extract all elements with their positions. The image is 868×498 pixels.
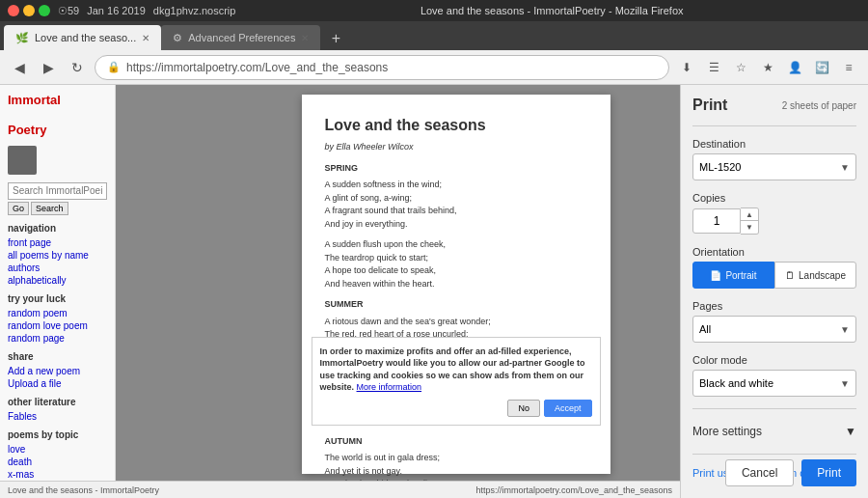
sidebar-item-all-poems[interactable]: all poems by name — [8, 250, 107, 261]
status-left: Love and the seasons - ImmortalPoetry — [116, 485, 159, 495]
print-divider-1 — [692, 125, 856, 126]
orientation-label: Orientation — [692, 246, 856, 258]
print-title: Print — [692, 97, 727, 114]
print-color-section: Color mode Black and white ▼ — [692, 354, 856, 397]
sidebar-item-random-poem[interactable]: random poem — [8, 308, 107, 318]
address-bar[interactable]: 🔒 https://immortalpoetry.com/Love_and_th… — [95, 55, 669, 80]
maximize-window-btn[interactable] — [39, 5, 50, 16]
destination-label: Destination — [692, 138, 856, 150]
sidebar-item-alphabetically[interactable]: alphabetically — [8, 275, 107, 286]
tab-poem-label: Love and the seaso... — [35, 32, 136, 43]
profile-icon[interactable]: 👤 — [783, 56, 806, 79]
print-dialog: Print 2 sheets of paper Destination ML-1… — [680, 85, 868, 498]
sidebar-image — [8, 146, 37, 175]
nav-title: navigation — [8, 223, 107, 234]
landscape-button[interactable]: 🗒 Landscape — [774, 262, 856, 289]
ad-accept-button[interactable]: Accept — [544, 400, 592, 417]
sync-icon[interactable]: 🔄 — [810, 56, 833, 79]
poem-author: by Ella Wheeler Wilcox — [325, 141, 587, 154]
minimize-window-btn[interactable] — [23, 5, 35, 16]
pages-value: All — [699, 323, 711, 335]
sidebar-item-front-page[interactable]: front page — [8, 237, 107, 248]
season-spring: SPRING — [325, 162, 587, 176]
close-window-btn[interactable] — [8, 5, 19, 16]
sidebar-item-authors[interactable]: authors — [8, 263, 107, 273]
nav-bar: ◀ ▶ ↻ 🔒 https://immortalpoetry.com/Love_… — [0, 50, 868, 85]
title-bar-date: Jan 16 2019 — [87, 5, 146, 16]
status-right: https://immortalpoetry.com/Love_and_the_… — [476, 485, 672, 495]
sidebar-item-random-love[interactable]: random love poem — [8, 320, 107, 331]
tab-preferences[interactable]: ⚙ Advanced Preferences ✕ — [161, 25, 320, 50]
sidebar-item-love[interactable]: love — [8, 444, 107, 455]
tab-poem-close[interactable]: ✕ — [142, 33, 149, 43]
print-button[interactable]: Print — [801, 459, 856, 486]
spring-stanza-1: A sudden softness in the wind; A glint o… — [325, 179, 587, 231]
print-orientation-section: Orientation 📄 Portrait 🗒 Landscape — [692, 246, 856, 289]
copies-up-arrow[interactable]: ▲ — [741, 208, 758, 221]
tab-preferences-close[interactable]: ✕ — [301, 33, 309, 43]
sidebar-other: other literature Fables — [8, 397, 107, 422]
season-autumn: AUTUMN — [325, 435, 587, 449]
landscape-label: Landscape — [799, 270, 846, 281]
print-copies-section: Copies 1 ▲ ▼ — [692, 192, 856, 235]
print-actions: Cancel Print — [692, 459, 856, 486]
more-settings-button[interactable]: More settings ▼ — [692, 421, 856, 442]
destination-select[interactable]: ML-1520 ▼ — [692, 153, 856, 180]
portrait-button[interactable]: 📄 Portrait — [692, 262, 774, 289]
site-logo: Immortal Poetry — [8, 93, 107, 138]
pages-select[interactable]: All ▼ — [692, 316, 856, 343]
search-button[interactable]: Search — [31, 202, 68, 215]
print-pages-section: Pages All ▼ — [692, 300, 856, 343]
forward-button[interactable]: ▶ — [37, 56, 60, 79]
ad-buttons: No Accept — [320, 400, 592, 417]
window-title: Love and the seasons - ImmortalPoetry - … — [243, 5, 860, 16]
print-divider-2 — [692, 408, 856, 409]
menu-icon[interactable]: ☰ — [702, 56, 725, 79]
spring-stanza-2: A sudden flush upon the cheek, The teard… — [325, 238, 587, 290]
copies-arrows: ▲ ▼ — [741, 208, 759, 235]
sidebar-item-xmas[interactable]: x-mas — [8, 469, 107, 480]
downloads-icon[interactable]: ⬇ — [675, 56, 698, 79]
copies-down-arrow[interactable]: ▼ — [741, 221, 758, 234]
sidebar-item-death[interactable]: death — [8, 456, 107, 467]
new-tab-button[interactable]: + — [324, 27, 347, 50]
cancel-button[interactable]: Cancel — [725, 459, 794, 486]
ad-no-button[interactable]: No — [507, 400, 540, 417]
go-button[interactable]: Go — [8, 202, 29, 215]
print-divider-3 — [692, 454, 856, 455]
tab-poem[interactable]: 🌿 Love and the seaso... ✕ — [4, 25, 161, 50]
content-area: Immortal Poetry Go Search navigation fro… — [0, 85, 868, 498]
destination-value: ML-1520 — [699, 161, 741, 173]
search-input[interactable] — [8, 182, 107, 200]
tab-preferences-favicon: ⚙ — [173, 32, 182, 44]
ad-text: In order to maximize profits and offer a… — [320, 346, 592, 394]
color-select[interactable]: Black and white ▼ — [692, 370, 856, 397]
sidebar-item-fables[interactable]: Fables — [8, 411, 107, 422]
sidebar-item-upload[interactable]: Upload a file — [8, 378, 107, 389]
window-controls[interactable] — [8, 5, 50, 16]
copies-field[interactable]: 1 — [692, 208, 741, 234]
star-icon[interactable]: ★ — [756, 56, 779, 79]
poem-page: Love and the seasons by Ella Wheeler Wil… — [302, 95, 610, 474]
print-sheets: 2 sheets of paper — [782, 100, 856, 111]
refresh-button[interactable]: ↻ — [66, 56, 89, 79]
sidebar-share: share Add a new poem Upload a file — [8, 351, 107, 389]
title-bar: ☉59 Jan 16 2019 dkg1phvz.noscrip Love an… — [0, 0, 868, 21]
status-bar: Love and the seasons - ImmortalPoetry ht… — [116, 481, 680, 498]
print-destination-section: Destination ML-1520 ▼ — [692, 138, 856, 180]
copies-value: 1 — [714, 214, 720, 228]
back-button[interactable]: ◀ — [8, 56, 31, 79]
bookmark-icon[interactable]: ☆ — [729, 56, 752, 79]
ad-more-info-link[interactable]: More information — [357, 382, 422, 392]
orientation-buttons: 📄 Portrait 🗒 Landscape — [692, 262, 856, 289]
sidebar-item-random-page[interactable]: random page — [8, 333, 107, 344]
color-value: Black and white — [699, 377, 773, 389]
destination-arrow-icon: ▼ — [840, 162, 850, 173]
tab-poem-favicon: 🌿 — [15, 32, 29, 44]
ad-overlay: In order to maximize profits and offer a… — [312, 337, 601, 426]
portrait-label: Portrait — [725, 270, 756, 281]
other-title: other literature — [8, 397, 107, 407]
sidebar-item-add-poem[interactable]: Add a new poem — [8, 366, 107, 376]
color-label: Color mode — [692, 354, 856, 366]
hamburger-icon[interactable]: ≡ — [837, 56, 860, 79]
